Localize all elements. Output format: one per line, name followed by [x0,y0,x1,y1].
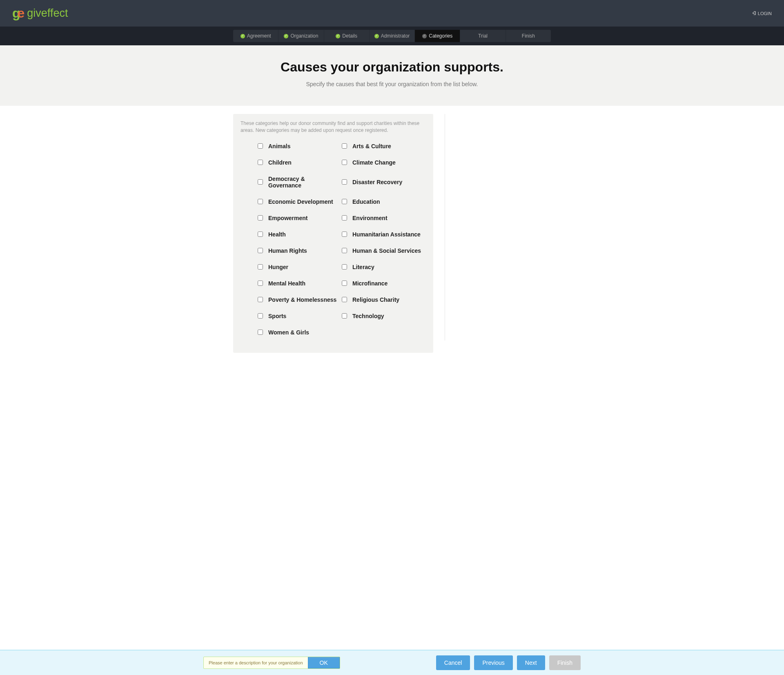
category-item: Mental Health [258,275,338,292]
category-checkbox[interactable] [342,264,347,270]
category-label[interactable]: Animals [268,143,290,149]
category-checkbox[interactable] [342,313,347,319]
category-item: Humanitarian Assistance [342,226,422,243]
brand-logo[interactable]: ge giveffect [12,6,68,21]
category-checkbox[interactable] [342,215,347,221]
category-item: Children [258,154,338,171]
check-icon: ✓ [284,34,288,38]
category-label[interactable]: Health [268,231,286,238]
category-item: Democracy & Governance [258,171,338,194]
category-label[interactable]: Economic Development [268,198,333,205]
category-label[interactable]: Religious Charity [352,296,399,303]
step-label: Details [342,33,357,39]
category-checkbox[interactable] [342,297,347,302]
category-label[interactable]: Disaster Recovery [352,179,402,185]
category-checkbox[interactable] [258,248,263,253]
progress-step-organization[interactable]: ✓Organization [278,30,324,42]
check-icon: ✓ [422,34,427,38]
page-subtitle: Specify the causes that best fit your or… [0,81,784,87]
category-checkbox[interactable] [258,143,263,149]
category-label[interactable]: Human & Social Services [352,247,421,254]
category-label[interactable]: Technology [352,313,384,319]
brand-text: giveffect [27,7,68,20]
progress-step-administrator[interactable]: ✓Administrator [370,30,415,42]
progress-step-agreement[interactable]: ✓Agreement [233,30,278,42]
categories-description: These categories help our donor communit… [241,120,422,134]
category-label[interactable]: Children [268,159,292,166]
category-label[interactable]: Women & Girls [268,329,309,336]
step-label: Finish [522,33,535,39]
category-label[interactable]: Microfinance [352,280,388,287]
category-item: Women & Girls [258,324,338,341]
category-item: Animals [258,138,338,154]
category-item: Human Rights [258,243,338,259]
sidebar-divider [445,114,457,341]
category-label[interactable]: Education [352,198,380,205]
category-checkbox[interactable] [258,160,263,165]
category-checkbox[interactable] [342,160,347,165]
login-icon [752,11,756,16]
category-item: Poverty & Homelessness [258,292,338,308]
category-checkbox[interactable] [342,248,347,253]
category-checkbox[interactable] [258,179,263,185]
progress-step-finish: Finish [506,30,551,42]
step-label: Agreement [247,33,271,39]
step-label: Administrator [381,33,410,39]
progress-bar-wrap: ✓Agreement✓Organization✓Details✓Administ… [0,27,784,45]
category-item: Literacy [342,259,422,275]
step-label: Trial [478,33,488,39]
category-label[interactable]: Humanitarian Assistance [352,231,421,238]
step-label: Categories [429,33,452,39]
title-section: Causes your organization supports. Speci… [0,45,784,106]
category-item: Health [258,226,338,243]
category-checkbox[interactable] [258,232,263,237]
category-checkbox[interactable] [342,199,347,204]
category-checkbox[interactable] [342,232,347,237]
check-icon: ✓ [336,34,340,38]
category-label[interactable]: Climate Change [352,159,396,166]
category-item: Microfinance [342,275,422,292]
category-item: Technology [342,308,422,324]
content-wrap: These categories help our donor communit… [0,106,784,385]
category-item: Economic Development [258,194,338,210]
category-checkbox[interactable] [258,199,263,204]
category-label[interactable]: Mental Health [268,280,305,287]
category-checkbox[interactable] [258,281,263,286]
category-label[interactable]: Human Rights [268,247,307,254]
category-checkbox[interactable] [258,264,263,270]
category-label[interactable]: Hunger [268,264,288,270]
check-icon: ✓ [241,34,245,38]
category-label[interactable]: Democracy & Governance [268,176,338,189]
category-grid: AnimalsArts & CultureChildrenClimate Cha… [241,138,426,341]
category-item: Sports [258,308,338,324]
category-item: Arts & Culture [342,138,422,154]
category-checkbox[interactable] [258,215,263,221]
category-item: Environment [342,210,422,226]
categories-card: These categories help our donor communit… [233,114,433,353]
category-label[interactable]: Sports [268,313,286,319]
sidebar-col [445,114,457,353]
progress-step-categories[interactable]: ✓Categories [415,30,460,42]
category-checkbox[interactable] [258,330,263,335]
category-item: Empowerment [258,210,338,226]
category-label[interactable]: Poverty & Homelessness [268,296,336,303]
category-item: Hunger [258,259,338,275]
category-checkbox[interactable] [258,313,263,319]
category-label[interactable]: Empowerment [268,215,307,221]
category-checkbox[interactable] [342,143,347,149]
category-checkbox[interactable] [258,297,263,302]
progress-step-details[interactable]: ✓Details [324,30,370,42]
login-link[interactable]: LOGIN [752,11,772,16]
category-label[interactable]: Literacy [352,264,374,270]
progress-bar: ✓Agreement✓Organization✓Details✓Administ… [233,30,551,42]
category-item: Religious Charity [342,292,422,308]
step-label: Organization [290,33,318,39]
category-checkbox[interactable] [342,179,347,185]
category-label[interactable]: Environment [352,215,388,221]
category-item: Disaster Recovery [342,171,422,194]
category-item: Climate Change [342,154,422,171]
category-checkbox[interactable] [342,281,347,286]
category-label[interactable]: Arts & Culture [352,143,391,149]
category-item: Education [342,194,422,210]
page-title: Causes your organization supports. [0,60,784,75]
